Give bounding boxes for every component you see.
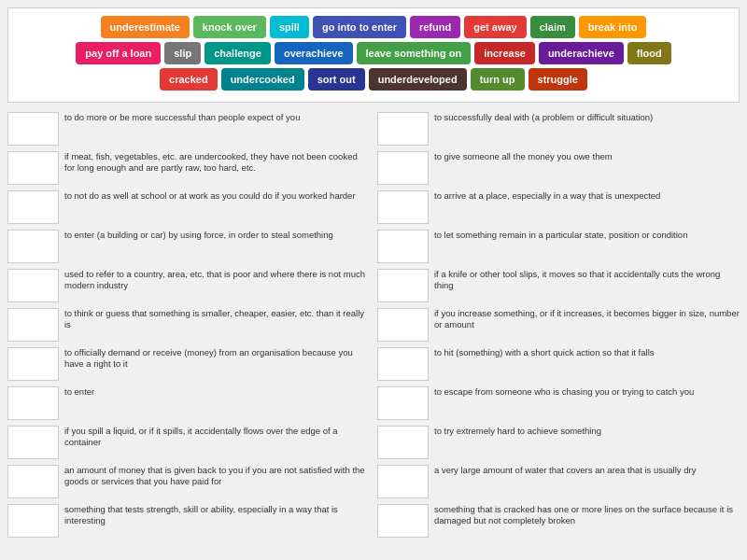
definition-row-left-5: to think or guess that something is smal… [7, 308, 370, 342]
definition-row-left-6: to officially demand or receive (money) … [7, 347, 370, 381]
definition-text: if you increase something, or if it incr… [434, 308, 740, 331]
answer-box[interactable] [377, 151, 429, 185]
answer-box[interactable] [377, 386, 429, 420]
definition-text: something that tests strength, skill or … [64, 504, 370, 527]
word-bank: underestimateknock overspillgo into to e… [7, 7, 740, 103]
answer-box[interactable] [7, 269, 59, 302]
definition-row-left-3: to enter (a building or car) by using fo… [7, 230, 370, 263]
answer-box[interactable] [7, 230, 59, 263]
definition-row-right-4: if a knife or other tool slips, it moves… [377, 269, 740, 302]
definition-text: to enter (a building or car) by using fo… [64, 230, 370, 241]
word-chip[interactable]: break into [579, 16, 647, 38]
answer-box[interactable] [7, 347, 59, 381]
definition-text: to arrive at a place, especially in a wa… [434, 190, 740, 202]
definition-text: to do more or be more successful than pe… [64, 112, 370, 123]
word-chip[interactable]: claim [530, 16, 575, 38]
answer-box[interactable] [7, 190, 59, 224]
definition-text: if meat, fish, vegetables, etc. are unde… [64, 151, 370, 175]
word-chip[interactable]: struggle [529, 68, 587, 91]
answer-box[interactable] [377, 308, 429, 342]
answer-box[interactable] [377, 347, 429, 381]
definition-text: to give someone all the money you owe th… [434, 151, 740, 162]
definition-row-left-2: to not do as well at school or at work a… [7, 190, 370, 224]
definition-text: something that is cracked has one or mor… [434, 504, 740, 527]
definition-text: an amount of money that is given back to… [64, 465, 370, 488]
definition-text: if a knife or other tool slips, it moves… [434, 269, 740, 292]
word-chip[interactable]: underdeveloped [369, 68, 467, 91]
answer-box[interactable] [7, 465, 59, 498]
definition-row-right-2: to arrive at a place, especially in a wa… [377, 190, 740, 224]
definition-text: to escape from someone who is chasing yo… [434, 386, 740, 398]
definition-row-right-9: a very large amount of water that covers… [377, 465, 740, 498]
word-chip[interactable]: go into to enter [313, 16, 406, 38]
definition-text: to hit (something) with a short quick ac… [434, 347, 740, 358]
word-chip[interactable]: turn up [471, 68, 525, 91]
word-chip[interactable]: slip [164, 42, 201, 64]
word-chip[interactable]: challenge [204, 42, 271, 64]
answer-box[interactable] [7, 308, 59, 342]
word-chip[interactable]: cracked [160, 68, 218, 91]
definition-text: a very large amount of water that covers… [434, 465, 740, 476]
definition-row-right-7: to escape from someone who is chasing yo… [377, 386, 740, 420]
definition-text: to think or guess that something is smal… [64, 308, 370, 331]
word-chip[interactable]: underachieve [539, 42, 624, 64]
word-chip[interactable]: get away [464, 16, 526, 38]
answer-box[interactable] [377, 230, 429, 263]
word-chip[interactable]: flood [627, 42, 671, 64]
word-chip[interactable]: leave something on [357, 42, 472, 64]
word-chip[interactable]: refund [410, 16, 460, 38]
answer-box[interactable] [7, 151, 59, 185]
word-chip[interactable]: underestimate [101, 16, 190, 38]
definition-text: used to refer to a country, area, etc. t… [64, 269, 370, 292]
definition-row-left-8: if you spill a liquid, or if it spills, … [7, 426, 370, 459]
definition-row-right-1: to give someone all the money you owe th… [377, 151, 740, 185]
definition-row-right-10: something that is cracked has one or mor… [377, 504, 740, 538]
answer-box[interactable] [7, 426, 59, 459]
definition-text: to let something remain in a particular … [434, 230, 740, 241]
definition-text: to officially demand or receive (money) … [64, 347, 370, 371]
definition-text: to try extremely hard to achieve somethi… [434, 426, 740, 437]
answer-box[interactable] [377, 465, 429, 498]
answer-box[interactable] [7, 386, 59, 420]
answer-box[interactable] [377, 112, 429, 146]
definition-row-left-1: if meat, fish, vegetables, etc. are unde… [7, 151, 370, 185]
definition-row-right-0: to successfully deal with (a problem or … [377, 112, 740, 146]
word-chip[interactable]: undercooked [221, 68, 304, 91]
definition-row-left-0: to do more or be more successful than pe… [7, 112, 370, 146]
answer-box[interactable] [377, 269, 429, 302]
answer-box[interactable] [377, 190, 429, 224]
definition-text: to not do as well at school or at work a… [64, 190, 370, 202]
definition-row-left-10: something that tests strength, skill or … [7, 504, 370, 538]
definition-text: if you spill a liquid, or if it spills, … [64, 426, 370, 449]
definition-row-left-7: to enter [7, 386, 370, 420]
word-chip[interactable]: overachieve [275, 42, 353, 64]
word-row-2: crackedundercookedsort outunderdeveloped… [16, 68, 731, 91]
definition-text: to enter [64, 386, 370, 398]
definition-row-right-8: to try extremely hard to achieve somethi… [377, 426, 740, 459]
word-chip[interactable]: knock over [193, 16, 266, 38]
definition-row-right-6: to hit (something) with a short quick ac… [377, 347, 740, 381]
word-chip[interactable]: increase [474, 42, 535, 64]
definition-row-right-3: to let something remain in a particular … [377, 230, 740, 263]
word-chip[interactable]: pay off a loan [76, 42, 161, 64]
answer-box[interactable] [377, 426, 429, 459]
definitions-area: to do more or be more successful than pe… [7, 112, 740, 538]
answer-box[interactable] [7, 112, 59, 146]
answer-box[interactable] [377, 504, 429, 538]
word-chip[interactable]: spill [270, 16, 309, 38]
definition-row-right-5: if you increase something, or if it incr… [377, 308, 740, 342]
left-definitions-col: to do more or be more successful than pe… [7, 112, 370, 538]
right-definitions-col: to successfully deal with (a problem or … [377, 112, 740, 538]
word-row-0: underestimateknock overspillgo into to e… [16, 16, 731, 38]
word-chip[interactable]: sort out [308, 68, 365, 91]
definition-row-left-9: an amount of money that is given back to… [7, 465, 370, 498]
definition-row-left-4: used to refer to a country, area, etc. t… [7, 269, 370, 302]
main-container: underestimateknock overspillgo into to e… [0, 0, 747, 545]
definition-text: to successfully deal with (a problem or … [434, 112, 740, 123]
word-row-1: pay off a loanslipchallengeoverachievele… [16, 42, 731, 64]
answer-box[interactable] [7, 504, 59, 538]
